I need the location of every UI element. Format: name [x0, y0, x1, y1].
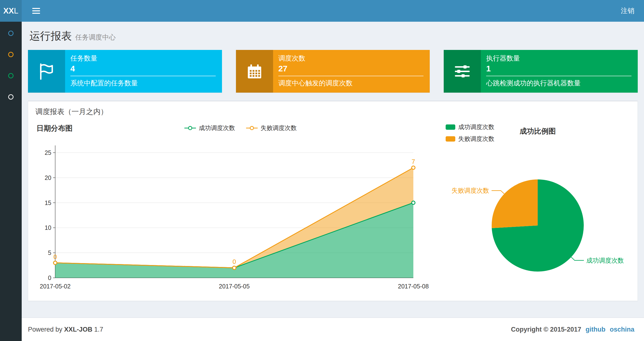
success-ratio-chart: 成功调度次数 失败调度次数 成功比例图 成功调度次数失败调度次数: [445, 120, 630, 292]
svg-text:15: 15: [44, 199, 51, 206]
info-box-icon-area: [236, 50, 273, 93]
svg-text:0: 0: [48, 274, 51, 281]
calendar-icon: [246, 63, 264, 80]
info-box-value: 27: [278, 64, 424, 73]
info-box-desc: 心跳检测成功的执行器机器数量: [486, 79, 632, 88]
svg-text:10: 10: [44, 224, 51, 231]
pie-chart-svg: 成功调度次数失败调度次数: [445, 147, 628, 291]
oschina-link[interactable]: oschina: [610, 326, 634, 333]
legend-swatch-success: [446, 124, 455, 130]
info-box-title: 执行器数量: [486, 54, 632, 63]
footer-right: Copyright © 2015-2017 github oschina: [511, 326, 634, 333]
footer-left: Powered by XXL-JOB 1.7: [28, 326, 103, 333]
sidebar-item-3-circle-icon[interactable]: [8, 73, 14, 78]
info-box-executors: 执行器数量 1 心跳检测成功的执行器机器数量: [444, 50, 638, 93]
info-box-icon-area: [28, 50, 65, 93]
line-chart-title: 日期分布图: [36, 124, 72, 133]
svg-text:成功调度次数: 成功调度次数: [586, 257, 624, 264]
sidebar-toggle-icon[interactable]: [30, 6, 42, 16]
hamburger-bar: [32, 13, 40, 14]
app-root: XXL 注销 运行报表任务调度中心: [0, 0, 644, 341]
pie-chart-legend: 成功调度次数 失败调度次数: [446, 123, 494, 143]
info-box-desc: 调度中心触发的调度次数: [278, 79, 424, 88]
sidebar-item-4-circle-icon[interactable]: [8, 94, 14, 100]
content-wrapper: 运行报表任务调度中心 任务数量 4 系统中配置的任务数量: [22, 22, 644, 317]
copyright-text: Copyright © 2015-2017: [511, 326, 581, 333]
info-box-divider: [70, 76, 216, 76]
sidebar: [0, 22, 22, 341]
date-distribution-chart: 日期分布图 成功调度次数: [36, 120, 445, 292]
svg-text:20: 20: [44, 174, 51, 181]
legend-label: 成功调度次数: [458, 123, 494, 131]
logo-bold: XX: [3, 6, 14, 16]
legend-item-fail[interactable]: 失败调度次数: [246, 124, 297, 132]
line-chart-svg: 05101520252017-05-022017-05-052017-05-08…: [36, 135, 445, 292]
github-link[interactable]: github: [586, 326, 606, 333]
info-box-value: 4: [70, 64, 216, 73]
powered-by-text: Powered by: [28, 326, 62, 333]
brand-name: XXL-JOB: [64, 326, 92, 333]
info-box-divider: [278, 76, 424, 76]
info-box-icon-area: [444, 50, 481, 93]
info-box-desc: 系统中配置的任务数量: [70, 79, 216, 88]
logo-light: L: [14, 6, 18, 16]
info-box-value: 1: [486, 64, 632, 73]
legend-item-success[interactable]: 成功调度次数: [184, 124, 235, 132]
svg-text:2017-05-02: 2017-05-02: [40, 283, 70, 290]
svg-text:失败调度次数: 失败调度次数: [452, 187, 489, 194]
line-chart-legend: 成功调度次数 失败调度次数: [184, 124, 297, 132]
svg-text:2017-05-08: 2017-05-08: [398, 283, 429, 290]
footer: Powered by XXL-JOB 1.7 Copyright © 2015-…: [22, 317, 644, 341]
report-panel-title: 调度报表（一月之内）: [36, 107, 630, 116]
charts-row: 日期分布图 成功调度次数: [36, 120, 630, 292]
svg-text:0: 0: [54, 253, 57, 260]
info-box-body: 调度次数 27 调度中心触发的调度次数: [273, 50, 430, 93]
svg-text:7: 7: [412, 158, 415, 165]
legend-swatch-fail: [446, 136, 455, 142]
sidebar-item-2-circle-icon[interactable]: [8, 52, 14, 57]
hamburger-bar: [32, 10, 40, 11]
info-box-body: 任务数量 4 系统中配置的任务数量: [65, 50, 222, 93]
line-legend-success-icon: [184, 126, 196, 130]
svg-text:25: 25: [44, 149, 51, 156]
info-box-title: 任务数量: [70, 54, 216, 63]
logout-link[interactable]: 注销: [621, 6, 634, 16]
svg-text:5: 5: [48, 249, 51, 256]
navbar-content: 注销: [22, 0, 644, 22]
info-box-jobs: 任务数量 4 系统中配置的任务数量: [28, 50, 222, 93]
info-box-title: 调度次数: [278, 54, 424, 63]
legend-item-fail[interactable]: 失败调度次数: [446, 135, 494, 143]
legend-label: 成功调度次数: [199, 124, 235, 132]
legend-label: 失败调度次数: [458, 135, 494, 143]
page-title: 运行报表: [30, 30, 72, 42]
sidebar-item-1-circle-icon[interactable]: [8, 31, 14, 36]
logo[interactable]: XXL: [0, 0, 22, 22]
info-box-row: 任务数量 4 系统中配置的任务数量: [28, 50, 638, 93]
flag-icon: [37, 62, 56, 81]
content-header: 运行报表任务调度中心: [28, 22, 638, 48]
line-chart-header: 日期分布图 成功调度次数: [36, 120, 445, 135]
version-text: 1.7: [94, 326, 104, 333]
page-subtitle: 任务调度中心: [75, 34, 116, 41]
sliders-icon: [453, 63, 471, 80]
info-box-triggers: 调度次数 27 调度中心触发的调度次数: [236, 50, 430, 93]
svg-text:0: 0: [232, 258, 236, 265]
info-box-body: 执行器数量 1 心跳检测成功的执行器机器数量: [481, 50, 638, 93]
navbar: XXL 注销: [0, 0, 644, 22]
line-legend-fail-icon: [246, 126, 258, 130]
svg-text:2017-05-05: 2017-05-05: [219, 283, 250, 290]
info-box-divider: [486, 76, 632, 76]
legend-label: 失败调度次数: [260, 124, 297, 132]
hamburger-bar: [32, 8, 40, 9]
report-panel: 调度报表（一月之内） 日期分布图 成功调度次数: [28, 101, 638, 301]
legend-item-success[interactable]: 成功调度次数: [446, 123, 494, 131]
